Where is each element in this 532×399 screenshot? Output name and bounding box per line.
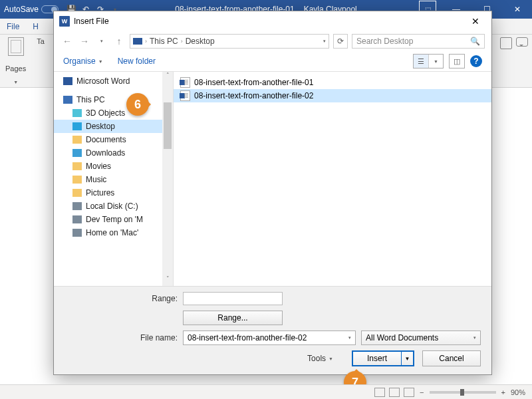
tree-scrollbar[interactable]: ˄ ˅ (162, 72, 173, 286)
breadcrumb-path[interactable]: › This PC › Desktop ▾ (130, 34, 329, 49)
zoom-level[interactable]: 90% (511, 388, 525, 396)
path-desktop[interactable]: Desktop (186, 37, 215, 46)
tree-item-pictures[interactable]: Pictures (54, 186, 173, 200)
file-row[interactable]: 08-insert-text-from-another-file-02 (174, 89, 491, 102)
nav-recent-dropdown-icon[interactable]: ▾ (95, 39, 108, 44)
scroll-up-icon[interactable]: ˄ (166, 72, 170, 82)
tree-label: This PC (76, 95, 105, 104)
folder-icon (72, 162, 82, 170)
folder-icon (72, 109, 82, 117)
nav-tree: Microsoft Word This PC 3D Objects Deskto… (54, 72, 174, 286)
chevron-right-icon: › (145, 38, 147, 45)
tree-label: Pictures (86, 188, 114, 198)
zoom-in-button[interactable]: + (501, 388, 505, 396)
dialog-nav-bar: ← → ▾ ↑ › This PC › Desktop ▾ ⟳ Search D… (54, 31, 491, 51)
help-icon[interactable]: ? (470, 55, 482, 67)
path-dropdown-icon[interactable]: ▾ (323, 39, 326, 44)
autosave-toggle[interactable]: AutoSave (4, 5, 59, 14)
downloads-icon (72, 149, 82, 157)
drive-icon (72, 215, 82, 223)
insert-label: Insert (353, 352, 401, 365)
range-button[interactable]: Range... (183, 311, 283, 325)
insert-button[interactable]: Insert ▼ (352, 350, 414, 366)
tree-item-movies[interactable]: Movies (54, 160, 173, 173)
word-icon (63, 77, 72, 85)
insert-dropdown-icon[interactable]: ▼ (401, 352, 413, 365)
preview-pane-button[interactable]: ◫ (449, 54, 465, 68)
drive-icon (72, 229, 82, 237)
range-input[interactable] (183, 292, 283, 305)
tab-home[interactable]: H (26, 22, 45, 31)
tree-label: Desktop (86, 122, 115, 131)
scroll-thumb[interactable] (164, 102, 172, 149)
new-folder-button[interactable]: New folder (118, 57, 156, 66)
comments-icon[interactable] (516, 37, 528, 47)
drive-icon (72, 202, 82, 210)
tree-item-desktop[interactable]: Desktop (54, 120, 173, 133)
tree-label: Documents (86, 135, 126, 144)
filename-label: File name: (65, 333, 178, 342)
search-input[interactable]: Search Desktop 🔍 (352, 34, 485, 49)
tab-file[interactable]: File (0, 22, 26, 31)
cancel-button[interactable]: Cancel (422, 350, 481, 366)
view-dropdown-icon[interactable]: ▼ (428, 55, 443, 68)
tree-label: Dev Temp on 'M (86, 215, 143, 224)
tree-label: Home on 'Mac' (86, 228, 138, 237)
file-type-filter[interactable]: All Word Documents ▾ (361, 331, 481, 345)
nav-up-icon[interactable]: ↑ (112, 36, 126, 47)
dialog-toolbar: Organise ▼ New folder ☰ ▼ ◫ ? (54, 51, 491, 71)
file-name: 08-insert-text-from-another-file-01 (194, 78, 313, 87)
view-mode-selector[interactable]: ☰ ▼ (413, 54, 444, 68)
organise-label: Organise (63, 57, 96, 66)
folder-icon (72, 176, 82, 184)
dialog-titlebar: W Insert File ✕ (54, 11, 491, 31)
tree-item-local-disk[interactable]: Local Disk (C:) (54, 200, 173, 213)
tree-label: 3D Objects (86, 108, 125, 118)
tables-group[interactable]: Ta (31, 35, 50, 87)
zoom-out-button[interactable]: − (420, 388, 424, 396)
filename-value: 08-insert-text-from-another-file-02 (188, 333, 307, 342)
tools-dropdown[interactable]: Tools ▼ (307, 354, 333, 363)
folder-icon (72, 189, 82, 197)
tree-item-downloads[interactable]: Downloads (54, 146, 173, 160)
tree-item-music[interactable]: Music (54, 173, 173, 186)
insert-file-dialog: W Insert File ✕ ← → ▾ ↑ › This PC › Desk… (53, 11, 492, 375)
file-row[interactable]: 08-insert-text-from-another-file-01 (174, 76, 491, 89)
tree-item-microsoft-word[interactable]: Microsoft Word (54, 74, 173, 88)
search-placeholder: Search Desktop (356, 37, 413, 46)
tree-item-documents[interactable]: Documents (54, 133, 173, 146)
tree-item-home-mac[interactable]: Home on 'Mac' (54, 226, 173, 239)
chevron-down-icon: ▼ (329, 356, 333, 361)
read-mode-icon[interactable] (374, 388, 385, 397)
filename-input[interactable]: 08-insert-text-from-another-file-02 ▾ (183, 331, 356, 345)
tree-item-dev-temp[interactable]: Dev Temp on 'M (54, 213, 173, 226)
share-icon[interactable] (500, 37, 512, 49)
view-buttons[interactable] (374, 388, 414, 397)
dialog-title: Insert File (74, 17, 109, 26)
path-thispc[interactable]: This PC (150, 37, 178, 46)
tools-label: Tools (307, 354, 326, 363)
tree-label: Microsoft Word (76, 76, 130, 86)
tree-label: Local Disk (C:) (86, 201, 138, 211)
zoom-slider[interactable] (430, 391, 496, 394)
dialog-close-button[interactable]: ✕ (465, 16, 486, 27)
refresh-icon[interactable]: ⟳ (333, 34, 348, 49)
nav-back-icon[interactable]: ← (61, 36, 74, 47)
pages-group[interactable]: Pages ▼ (0, 35, 31, 87)
print-layout-icon[interactable] (389, 388, 400, 397)
filter-label: All Word Documents (366, 333, 438, 342)
chevron-down-icon[interactable]: ▾ (348, 335, 351, 340)
search-icon: 🔍 (470, 37, 480, 46)
tree-label: Music (86, 175, 106, 184)
pages-label: Pages (5, 65, 26, 72)
tree-label: Downloads (86, 148, 125, 158)
scroll-down-icon[interactable]: ˅ (166, 275, 170, 286)
pages-icon (8, 37, 24, 56)
nav-forward-icon[interactable]: → (78, 36, 91, 47)
app-close-button[interactable]: ✕ (503, 0, 532, 19)
view-list-icon[interactable]: ☰ (414, 55, 428, 68)
web-layout-icon[interactable] (404, 388, 414, 397)
folder-icon (72, 136, 82, 144)
organise-button[interactable]: Organise ▼ (63, 57, 103, 66)
autosave-label: AutoSave (4, 5, 39, 14)
